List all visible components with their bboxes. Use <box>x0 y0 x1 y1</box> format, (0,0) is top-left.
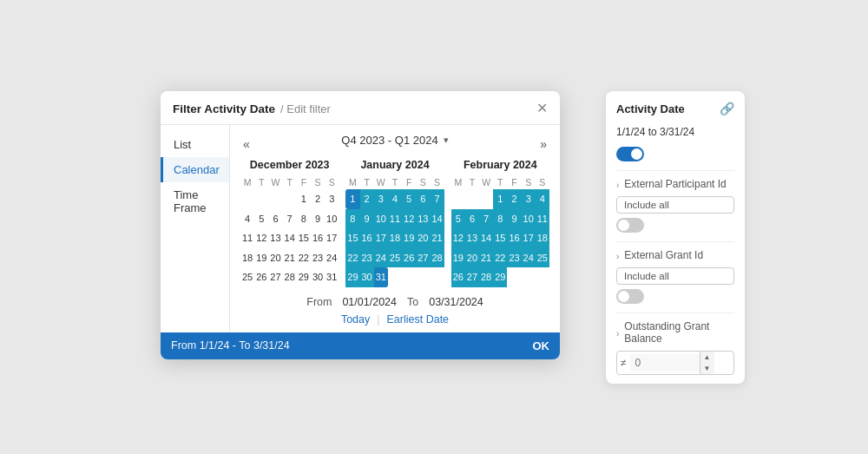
dec-26[interactable]: 26 <box>254 267 268 287</box>
next-months-button[interactable]: » <box>537 137 549 151</box>
feb-12[interactable]: 12 <box>451 228 465 248</box>
feb-5[interactable]: 5 <box>451 209 465 229</box>
jan-18[interactable]: 18 <box>388 228 402 248</box>
feb-28[interactable]: 28 <box>479 267 493 287</box>
jan-8[interactable]: 8 <box>345 209 359 229</box>
balance-expand-icon[interactable]: › <box>616 329 619 339</box>
dec-7[interactable]: 7 <box>283 209 297 229</box>
feb-14[interactable]: 14 <box>479 228 493 248</box>
jan-22[interactable]: 22 <box>345 248 359 268</box>
dec-25[interactable]: 25 <box>240 267 254 287</box>
feb-8[interactable]: 8 <box>493 209 507 229</box>
jan-2[interactable]: 2 <box>360 189 374 209</box>
dec-6[interactable]: 6 <box>268 209 282 229</box>
activity-date-toggle[interactable] <box>616 147 644 161</box>
feb-17[interactable]: 17 <box>522 228 536 248</box>
feb-23[interactable]: 23 <box>507 248 521 268</box>
quarter-selector[interactable]: Q4 2023 - Q1 2024 ▾ <box>341 134 448 147</box>
grant-include-all-button[interactable]: Include all <box>616 267 734 285</box>
dec-23[interactable]: 23 <box>311 248 325 268</box>
feb-27[interactable]: 27 <box>465 267 479 287</box>
jan-25[interactable]: 25 <box>388 248 402 268</box>
earliest-date-link[interactable]: Earliest Date <box>387 313 450 326</box>
dec-8[interactable]: 8 <box>297 209 311 229</box>
feb-24[interactable]: 24 <box>522 248 536 268</box>
grant-toggle[interactable] <box>616 289 644 304</box>
jan-26[interactable]: 26 <box>402 248 416 268</box>
jan-3[interactable]: 3 <box>374 189 388 209</box>
feb-3[interactable]: 3 <box>522 189 536 209</box>
jan-1[interactable]: 1 <box>345 189 359 209</box>
feb-13[interactable]: 13 <box>465 228 479 248</box>
feb-1[interactable]: 1 <box>493 189 507 209</box>
jan-4[interactable]: 4 <box>388 189 402 209</box>
feb-2[interactable]: 2 <box>507 189 521 209</box>
nav-item-timeframe[interactable]: Time Frame <box>161 182 229 220</box>
dec-27[interactable]: 27 <box>268 267 282 287</box>
dec-15[interactable]: 15 <box>297 228 311 248</box>
jan-27[interactable]: 27 <box>416 248 430 268</box>
nav-item-list[interactable]: List <box>161 132 229 157</box>
feb-9[interactable]: 9 <box>507 209 521 229</box>
jan-5[interactable]: 5 <box>402 189 416 209</box>
dec-13[interactable]: 13 <box>268 228 282 248</box>
jan-29[interactable]: 29 <box>345 267 359 287</box>
dec-19[interactable]: 19 <box>254 248 268 268</box>
dec-12[interactable]: 12 <box>254 228 268 248</box>
dec-3[interactable]: 3 <box>325 189 339 209</box>
jan-28[interactable]: 28 <box>430 248 444 268</box>
feb-22[interactable]: 22 <box>493 248 507 268</box>
feb-11[interactable]: 11 <box>536 209 549 229</box>
close-button[interactable]: ✕ <box>536 102 548 115</box>
jan-24[interactable]: 24 <box>374 248 388 268</box>
dec-17[interactable]: 17 <box>325 228 339 248</box>
today-link[interactable]: Today <box>341 313 370 326</box>
feb-20[interactable]: 20 <box>465 248 479 268</box>
dec-30[interactable]: 30 <box>311 267 325 287</box>
feb-21[interactable]: 21 <box>479 248 493 268</box>
dec-1[interactable]: 1 <box>297 189 311 209</box>
dec-18[interactable]: 18 <box>240 248 254 268</box>
dec-5[interactable]: 5 <box>254 209 268 229</box>
jan-7[interactable]: 7 <box>430 189 444 209</box>
dec-31[interactable]: 31 <box>325 267 339 287</box>
jan-23[interactable]: 23 <box>360 248 374 268</box>
participant-expand-icon[interactable]: › <box>616 181 619 190</box>
jan-13[interactable]: 13 <box>416 209 430 229</box>
dec-4[interactable]: 4 <box>240 209 254 229</box>
dec-11[interactable]: 11 <box>240 228 254 248</box>
participant-include-all-button[interactable]: Include all <box>616 196 734 214</box>
feb-18[interactable]: 18 <box>536 228 549 248</box>
participant-toggle[interactable] <box>616 218 644 233</box>
link-icon[interactable]: 🔗 <box>720 102 734 115</box>
dec-24[interactable]: 24 <box>325 248 339 268</box>
jan-14[interactable]: 14 <box>430 209 444 229</box>
feb-25[interactable]: 25 <box>536 248 549 268</box>
feb-10[interactable]: 10 <box>522 209 536 229</box>
dec-14[interactable]: 14 <box>283 228 297 248</box>
dec-21[interactable]: 21 <box>283 248 297 268</box>
feb-16[interactable]: 16 <box>507 228 521 248</box>
dec-28[interactable]: 28 <box>283 267 297 287</box>
dec-2[interactable]: 2 <box>311 189 325 209</box>
balance-increment-button[interactable]: ▲ <box>700 352 714 363</box>
dec-22[interactable]: 22 <box>297 248 311 268</box>
dec-9[interactable]: 9 <box>311 209 325 229</box>
jan-17[interactable]: 17 <box>374 228 388 248</box>
jan-6[interactable]: 6 <box>416 189 430 209</box>
balance-decrement-button[interactable]: ▼ <box>700 363 714 374</box>
jan-30[interactable]: 30 <box>360 267 374 287</box>
dec-20[interactable]: 20 <box>268 248 282 268</box>
balance-input[interactable] <box>630 354 700 372</box>
jan-11[interactable]: 11 <box>388 209 402 229</box>
feb-4[interactable]: 4 <box>536 189 549 209</box>
jan-31[interactable]: 31 <box>374 267 388 287</box>
jan-20[interactable]: 20 <box>416 228 430 248</box>
jan-10[interactable]: 10 <box>374 209 388 229</box>
feb-15[interactable]: 15 <box>493 228 507 248</box>
jan-21[interactable]: 21 <box>430 228 444 248</box>
feb-26[interactable]: 26 <box>451 267 465 287</box>
prev-months-button[interactable]: « <box>240 137 253 151</box>
ok-button[interactable]: OK <box>533 339 550 352</box>
dec-16[interactable]: 16 <box>311 228 325 248</box>
